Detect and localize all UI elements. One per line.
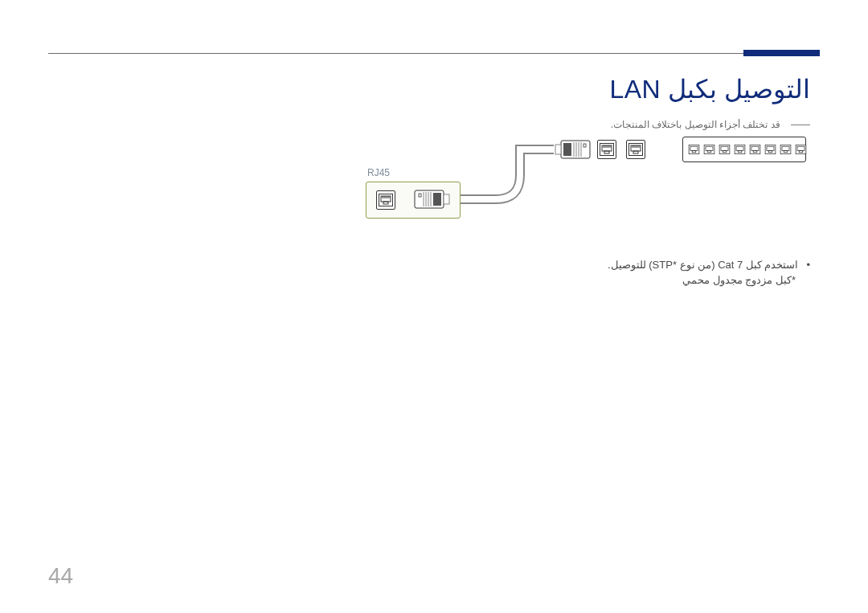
rj45-plug-icon <box>554 140 591 159</box>
svg-rect-10 <box>444 194 449 204</box>
rj45-port-icon <box>719 144 731 155</box>
rj45-port-icon <box>780 144 792 155</box>
svg-rect-9 <box>433 193 441 206</box>
rj45-label: RJ45 <box>367 167 390 178</box>
network-switch-icon <box>682 137 806 162</box>
page-number: 44 <box>48 563 73 589</box>
page-title: التوصيل بكبل LAN <box>609 74 810 104</box>
note-line-2: *كبل مزدوج مجدول محمي <box>608 274 810 286</box>
svg-rect-17 <box>563 143 571 156</box>
rj45-port-icon <box>597 140 616 159</box>
rj45-port-icon <box>703 144 715 155</box>
svg-rect-18 <box>555 145 561 154</box>
rj45-port-icon <box>376 190 395 210</box>
header-rule <box>48 53 820 54</box>
notes-block: استخدم كبل Cat 7 (من نوع *STP) للتوصيل. … <box>608 259 810 286</box>
rj45-port-icon <box>688 144 700 155</box>
note-line-1: استخدم كبل Cat 7 (من نوع *STP) للتوصيل. <box>608 259 810 271</box>
rj45-port-icon <box>749 144 761 155</box>
rj45-port-icon <box>734 144 746 155</box>
rj45-port-icon <box>764 144 776 155</box>
lan-connection-diagram: RJ45 <box>364 137 810 249</box>
rj45-plug-icon <box>414 190 451 209</box>
rj45-port-icon <box>626 140 645 159</box>
rj45-port-icon <box>795 144 807 155</box>
subtitle-note: ―― قد تختلف أجزاء التوصيل باختلاف المنتج… <box>611 119 810 130</box>
accent-bar <box>743 50 820 56</box>
subtitle-text: قد تختلف أجزاء التوصيل باختلاف المنتجات. <box>611 119 780 130</box>
